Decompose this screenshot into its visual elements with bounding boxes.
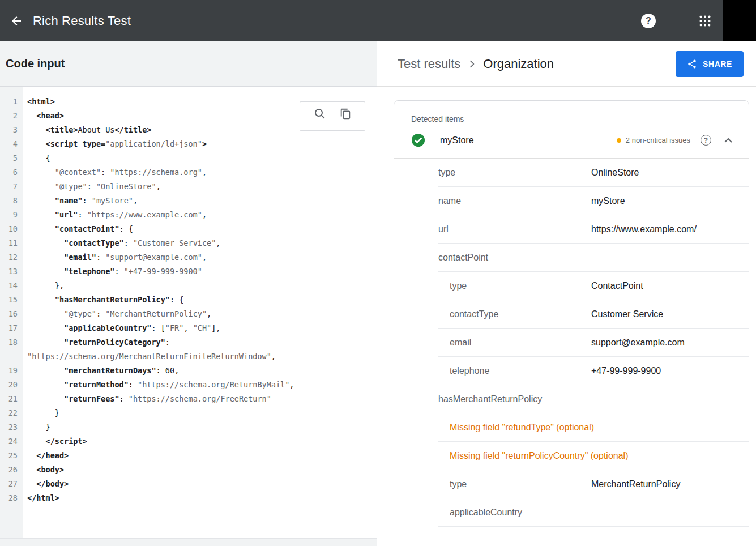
help-icon: ? [641,14,656,28]
code-line-content: "merchantReturnDays": 60, [23,364,377,378]
line-number: 24 [0,434,23,449]
result-row-group: hasMerchantReturnPolicy [438,385,749,413]
code-line: 19 "merchantReturnDays": 60, [0,364,377,378]
result-row-warning[interactable]: Missing field "returnPolicyCountry" (opt… [438,442,749,470]
share-button-label: SHARE [703,59,732,69]
search-icon [313,107,327,121]
line-number: 25 [0,449,23,463]
code-line: 10 "contactPoint": { [0,222,377,236]
code-line: 9 "url": "https://www.example.com", [0,208,377,222]
missing-field-warning: Missing field "returnPolicyCountry" (opt… [450,451,628,461]
breadcrumb-test-results[interactable]: Test results [398,57,460,71]
breadcrumb-chevron-icon [466,58,477,70]
detected-item-header[interactable]: myStore 2 non-critical issues ? [408,123,735,158]
code-line: 6 "@context": "https://schema.org", [0,165,377,180]
issues-count[interactable]: 2 non-critical issues [626,136,690,144]
back-button[interactable] [0,0,33,41]
account-area[interactable] [723,0,756,41]
code-line-content: "returnPolicyCategory": "https://schema.… [23,335,377,364]
search-code-button[interactable] [313,107,327,125]
code-line-content: "name": "myStore", [23,194,377,208]
code-line: 23 } [0,420,377,434]
result-row-warning[interactable]: Missing field "refundType" (optional) [438,413,749,442]
code-line-content: "@context": "https://schema.org", [23,165,377,180]
code-input-title: Code input [6,57,65,70]
code-line-content: <script type="application/ld+json"> [23,137,377,151]
result-row-pair: contactTypeCustomer Service [438,300,749,329]
share-button[interactable]: SHARE [676,51,744,77]
row-label: name [438,196,591,206]
line-number: 16 [0,307,23,321]
code-scrollbar-area[interactable] [0,538,377,546]
code-line: 26 <body> [0,463,377,477]
result-row-pair: emailsupport@example.com [438,329,749,357]
code-line-content: "url": "https://www.example.com", [23,208,377,222]
line-number: 10 [0,222,23,236]
code-line-content: } [23,420,377,434]
copy-code-button[interactable] [339,108,352,125]
row-label: applicableCountry [450,507,522,518]
code-line-content: </script> [23,434,377,449]
valid-check-icon [411,133,425,147]
code-line: 11 "contactType": "Customer Service", [0,236,377,250]
line-number: 19 [0,364,23,378]
code-line-content: } [23,406,377,420]
row-label: email [450,338,591,348]
row-label: contactPoint [438,253,488,263]
code-line-content: "telephone": "+47-99-999-9900" [23,265,377,279]
line-number: 20 [0,378,23,392]
main-split: Code input 1<html>2 <head>3 <title>About… [0,41,756,546]
code-line: 12 "email": "support@example.com", [0,250,377,265]
code-line: 8 "name": "myStore", [0,194,377,208]
collapse-item-button[interactable] [721,134,735,147]
line-number: 12 [0,250,23,265]
app-title: Rich Results Test [33,14,131,28]
apps-grid-button[interactable] [691,7,719,35]
row-value: support@example.com [591,338,685,348]
code-line: 4 <script type="application/ld+json"> [0,137,377,151]
code-line: 22 } [0,406,377,420]
line-number: 5 [0,151,23,165]
results-body: Detected items myStore 2 non-critical is… [377,87,756,546]
code-line-content: "contactType": "Customer Service", [23,236,377,250]
line-number: 8 [0,194,23,208]
detected-item-name: myStore [440,135,474,146]
code-input-panel: Code input 1<html>2 <head>3 <title>About… [0,41,377,546]
line-number: 13 [0,265,23,279]
results-header: Test results Organization SHARE [377,41,756,87]
issues-summary: 2 non-critical issues ? [617,134,735,147]
line-number: 17 [0,321,23,335]
chevron-up-icon [721,134,735,147]
code-editor[interactable]: 1<html>2 <head>3 <title>About Us</title>… [0,87,377,538]
code-line-content: }, [23,279,377,293]
code-line: 17 "applicableCountry": ["FR", "CH"], [0,321,377,335]
code-line-content: "hasMerchantReturnPolicy": { [23,293,377,307]
help-button[interactable]: ? [635,7,662,35]
code-line-content: "applicableCountry": ["FR", "CH"], [23,321,377,335]
back-arrow-icon [10,14,23,28]
code-line: 28</html> [0,491,377,505]
row-label: url [438,224,591,234]
line-number: 2 [0,109,23,123]
code-line: 18 "returnPolicyCategory": "https://sche… [0,335,377,364]
result-row-pair: urlhttps://www.example.com/ [438,215,749,244]
line-number: 18 [0,335,23,364]
row-value: OnlineStore [591,168,639,178]
row-label: type [438,168,591,178]
row-label: type [450,479,591,489]
code-lines: 1<html>2 <head>3 <title>About Us</title>… [0,95,377,505]
issues-help-icon[interactable]: ? [701,135,711,146]
breadcrumb-organization: Organization [483,57,554,71]
missing-field-warning: Missing field "refundType" (optional) [450,423,594,433]
share-icon [687,59,697,69]
row-value: +47-99-999-9900 [591,366,661,376]
line-number: 21 [0,392,23,406]
result-row-pair: typeOnlineStore [438,159,749,187]
code-line-content: </body> [23,477,377,491]
result-row-pair: typeContactPoint [438,272,749,300]
code-line: 7 "@type": "OnlineStore", [0,180,377,194]
results-panel: Test results Organization SHARE Detected… [377,41,756,546]
issue-dot-icon [617,138,621,143]
code-line-content: "@type": "MerchantReturnPolicy", [23,307,377,321]
line-number: 4 [0,137,23,151]
